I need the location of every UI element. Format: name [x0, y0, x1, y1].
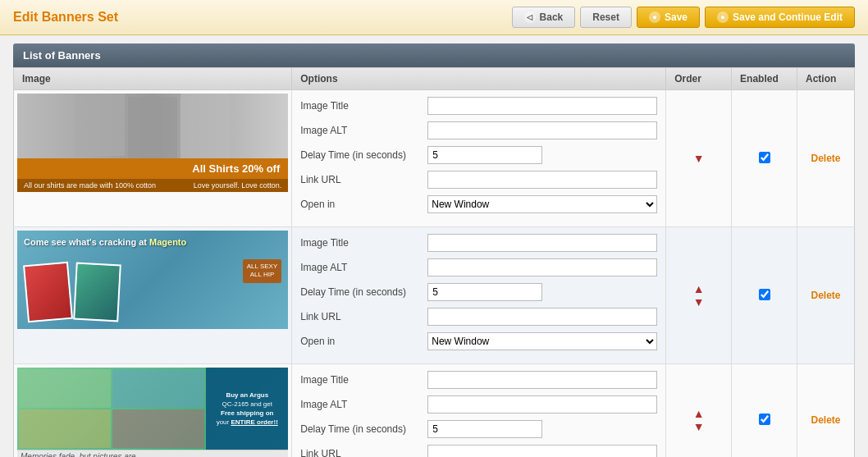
delete-link-2[interactable]: Delete — [811, 290, 841, 301]
order-arrows-1: ▼ — [669, 153, 728, 164]
arrow-down-1[interactable]: ▼ — [693, 153, 705, 164]
table-row: Buy an Argus QC-2165 and get Free shippi… — [14, 364, 855, 458]
banners-table: Image Options Order Enabled Action — [13, 67, 855, 457]
enabled-cell-3 — [732, 364, 797, 458]
checkbox-enabled-1[interactable] — [759, 152, 770, 163]
label-delay-time-2: Delay Time (in seconds) — [300, 286, 427, 298]
input-link-url-1[interactable] — [427, 171, 657, 189]
col-options: Options — [292, 68, 666, 90]
input-image-title-2[interactable] — [427, 234, 657, 252]
banner-image-1: All Shirts 20% off All our shirts are ma… — [17, 94, 288, 192]
option-row-delay-2: Delay Time (in seconds) — [300, 283, 657, 301]
option-row-link-1: Link URL — [300, 171, 657, 189]
input-image-alt-2[interactable] — [427, 258, 657, 276]
option-row-title-3: Image Title — [300, 371, 657, 389]
label-link-url-2: Link URL — [300, 311, 427, 322]
option-row-alt-1: Image ALT — [300, 121, 657, 139]
label-open-in: Open in — [300, 199, 427, 210]
arrow-down-3[interactable]: ▼ — [693, 421, 705, 432]
input-link-url-2[interactable] — [427, 308, 657, 326]
option-row-open-1: Open in New Window Same Window — [300, 195, 657, 213]
col-image: Image — [14, 68, 292, 90]
col-order: Order — [666, 68, 732, 90]
option-row-delay-1: Delay Time (in seconds) — [300, 146, 657, 164]
back-icon: ◁ — [524, 11, 536, 23]
table-row: Come see what's cracking at Magento ALL … — [14, 227, 855, 364]
header-actions: ◁ Back Reset ● Save ● Save and Continue … — [512, 7, 855, 28]
banner-1-text: All Shirts 20% off — [17, 158, 288, 179]
page-title: Edit Banners Set — [13, 10, 118, 25]
save-button[interactable]: ● Save — [637, 7, 700, 28]
checkbox-enabled-3[interactable] — [759, 414, 770, 425]
options-cell-1: Image Title Image ALT Delay Time (in sec… — [292, 90, 666, 227]
label-open-in-2: Open in — [300, 336, 427, 347]
arrow-down-2[interactable]: ▼ — [693, 296, 705, 308]
label-link-url-3: Link URL — [300, 448, 427, 457]
enabled-cell-2 — [732, 227, 797, 364]
back-button[interactable]: ◁ Back — [512, 7, 576, 28]
option-row-alt-3: Image ALT — [300, 395, 657, 414]
label-image-title-2: Image Title — [300, 237, 427, 249]
input-delay-3[interactable] — [427, 420, 542, 438]
banner-image-cell-3: Buy an Argus QC-2165 and get Free shippi… — [14, 364, 292, 458]
order-cell-3: ▲ ▼ — [666, 364, 732, 458]
main-content: List of Banners Image Options Order Enab… — [0, 35, 868, 457]
col-enabled: Enabled — [732, 68, 797, 90]
order-cell-1: ▼ — [666, 90, 732, 227]
delete-link-1[interactable]: Delete — [811, 153, 841, 164]
reset-button[interactable]: Reset — [580, 7, 632, 28]
action-cell-1: Delete — [797, 90, 855, 227]
order-arrows-3: ▲ ▼ — [669, 408, 728, 432]
banner-image-2: Come see what's cracking at Magento ALL … — [17, 231, 288, 329]
input-image-alt-3[interactable] — [427, 395, 657, 414]
section-header: List of Banners — [13, 43, 855, 67]
banner-image-cell-2: Come see what's cracking at Magento ALL … — [14, 227, 292, 364]
table-row: All Shirts 20% off All our shirts are ma… — [14, 90, 855, 227]
option-row-title-2: Image Title — [300, 234, 657, 252]
delete-link-3[interactable]: Delete — [811, 414, 841, 426]
order-arrows-2: ▲ ▼ — [669, 283, 728, 308]
label-image-alt-2: Image ALT — [300, 262, 427, 273]
save-continue-button[interactable]: ● Save and Continue Edit — [705, 7, 855, 28]
table-header-row: Image Options Order Enabled Action — [14, 68, 855, 90]
action-cell-3: Delete — [797, 364, 855, 458]
input-image-alt-1[interactable] — [427, 121, 657, 139]
order-cell-2: ▲ ▼ — [666, 227, 732, 364]
option-row-title-1: Image Title — [300, 97, 657, 115]
option-row-link-2: Link URL — [300, 308, 657, 326]
select-open-in-2[interactable]: New Window Same Window — [427, 332, 657, 350]
col-action: Action — [797, 68, 855, 90]
label-link-url: Link URL — [300, 174, 427, 185]
select-open-in-1[interactable]: New Window Same Window — [427, 195, 657, 213]
input-image-title-1[interactable] — [427, 97, 657, 115]
option-row-open-2: Open in New Window Same Window — [300, 332, 657, 350]
arrow-up-3[interactable]: ▲ — [693, 408, 705, 419]
arrow-up-2[interactable]: ▲ — [693, 283, 705, 295]
options-cell-2: Image Title Image ALT Delay Time (in sec… — [292, 227, 666, 364]
label-delay-time-3: Delay Time (in seconds) — [300, 423, 427, 435]
input-image-title-3[interactable] — [427, 371, 657, 389]
option-row-alt-2: Image ALT — [300, 258, 657, 276]
banner-3-caption: Memories fade, but pictures are — [17, 450, 288, 457]
label-image-alt-3: Image ALT — [300, 399, 427, 410]
save-icon: ● — [649, 11, 660, 23]
options-cell-3: Image Title Image ALT Delay Time (in sec… — [292, 364, 666, 458]
enabled-cell-1 — [732, 90, 797, 227]
input-link-url-3[interactable] — [427, 445, 657, 457]
label-delay-time: Delay Time (in seconds) — [300, 149, 427, 161]
label-image-title: Image Title — [300, 100, 427, 112]
banner-image-cell-1: All Shirts 20% off All our shirts are ma… — [14, 90, 292, 227]
option-row-delay-3: Delay Time (in seconds) — [300, 420, 657, 438]
label-image-title-3: Image Title — [300, 374, 427, 386]
checkbox-enabled-2[interactable] — [759, 289, 770, 300]
option-row-link-3: Link URL — [300, 445, 657, 457]
action-cell-2: Delete — [797, 227, 855, 364]
input-delay-1[interactable] — [427, 146, 542, 164]
label-image-alt: Image ALT — [300, 125, 427, 136]
header-bar: Edit Banners Set ◁ Back Reset ● Save ● S… — [0, 0, 868, 35]
banner-1-caption: All our shirts are made with 100% cotton… — [17, 179, 288, 192]
save-continue-icon: ● — [717, 11, 729, 23]
banner-image-3: Buy an Argus QC-2165 and get Free shippi… — [17, 368, 288, 450]
input-delay-2[interactable] — [427, 283, 542, 301]
